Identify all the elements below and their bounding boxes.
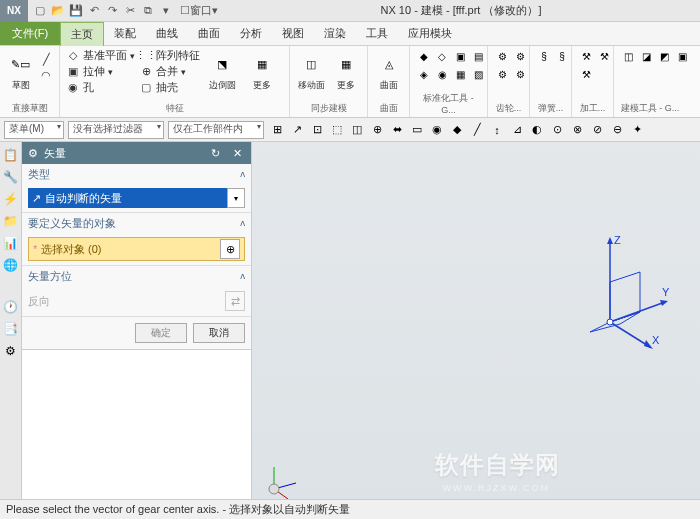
hole-button[interactable]: ◉孔 [66,80,135,95]
selbar-icon[interactable]: ◉ [428,121,446,139]
selbar-icon[interactable]: ◫ [348,121,366,139]
qat-redo-icon[interactable]: ↷ [104,3,120,19]
feature-more-button[interactable]: ▦ 更多 [244,48,280,96]
cancel-button[interactable]: 取消 [193,323,245,343]
nav-assembly-icon[interactable]: 🔧 [2,168,20,186]
sketch-button[interactable]: ✎▭ 草图 [6,48,35,96]
nav-roles-icon[interactable]: 📑 [2,320,20,338]
filter-dropdown[interactable]: 没有选择过滤器 [68,121,164,139]
edge-blend-button[interactable]: ⬔ 边倒圆 [204,48,240,96]
spring-tool-icon[interactable]: § [554,48,570,64]
model-tool-icon[interactable]: ◩ [656,48,672,64]
machining-tool-icon[interactable]: ⚒ [578,48,594,64]
nav-history-icon[interactable]: 🕐 [2,298,20,316]
menu-dropdown[interactable]: 菜单(M) [4,121,64,139]
spring-tool-icon[interactable]: § [536,48,552,64]
vector-type-select[interactable]: ↗ 自动判断的矢量 [28,188,227,208]
qat-open-icon[interactable]: 📂 [50,3,66,19]
tab-view[interactable]: 视图 [272,22,314,45]
tab-tools[interactable]: 工具 [356,22,398,45]
selbar-icon[interactable]: ⬚ [328,121,346,139]
tab-render[interactable]: 渲染 [314,22,356,45]
std-tool-icon[interactable]: ◉ [434,66,450,82]
extrude-button[interactable]: ▣拉伸 ▾ [66,64,135,79]
surface-button[interactable]: ◬ 曲面 [374,48,403,96]
sketch-arc-icon[interactable]: ◠ [39,68,53,83]
sync-more-button[interactable]: ▦ 更多 [331,48,362,96]
gear-tool-icon[interactable]: ⚙ [512,48,528,64]
std-tool-icon[interactable]: ▦ [452,66,468,82]
select-object-row[interactable]: * 选择对象 (0) ⊕ [28,237,245,261]
model-tool-icon[interactable]: ▣ [674,48,690,64]
selbar-icon[interactable]: ⊖ [608,121,626,139]
std-tool-icon[interactable]: ◈ [416,66,432,82]
vector-type-dropdown[interactable]: ▾ [227,188,245,208]
selbar-icon[interactable]: ⊡ [308,121,326,139]
section-orient-header[interactable]: 矢量方位 ʌ [22,266,251,286]
gear-tool-icon[interactable]: ⚙ [494,66,510,82]
dialog-reset-icon[interactable]: ↻ [207,145,223,161]
machining-tool-icon[interactable]: ⚒ [596,48,612,64]
nav-constraint-icon[interactable]: ⚡ [2,190,20,208]
move-face-button[interactable]: ◫ 移动面 [296,48,327,96]
nav-reuse-icon[interactable]: 📁 [2,212,20,230]
sketch-line-icon[interactable]: ╱ [39,52,53,67]
pattern-button[interactable]: ⋮⋮阵列特征 [139,48,200,63]
gear-tool-icon[interactable]: ⚙ [494,48,510,64]
ok-button[interactable]: 确定 [135,323,187,343]
tab-surface[interactable]: 曲面 [188,22,230,45]
scope-dropdown[interactable]: 仅在工作部件内 [168,121,264,139]
graphics-canvas[interactable]: Z Y X 软件自学网 WWW.RJZXW.COM [252,142,700,519]
selbar-icon[interactable]: ⊘ [588,121,606,139]
tab-curve[interactable]: 曲线 [146,22,188,45]
shell-button[interactable]: ▢抽壳 [139,80,200,95]
qat-undo-icon[interactable]: ↶ [86,3,102,19]
qat-save-icon[interactable]: 💾 [68,3,84,19]
selbar-icon[interactable]: ↕ [488,121,506,139]
unite-button[interactable]: ⊕合并 ▾ [139,64,200,79]
std-tool-icon[interactable]: ▧ [470,66,486,82]
tab-assembly[interactable]: 装配 [104,22,146,45]
selbar-icon[interactable]: ◆ [448,121,466,139]
std-tool-icon[interactable]: ▣ [452,48,468,64]
selbar-icon[interactable]: ↗ [288,121,306,139]
std-tool-icon[interactable]: ◇ [434,48,450,64]
coordinate-triad[interactable]: Z Y X [580,232,670,352]
selbar-icon[interactable]: ⊙ [548,121,566,139]
machining-tool-icon[interactable]: ⚒ [578,66,594,82]
nav-browser-icon[interactable]: 🌐 [2,256,20,274]
model-tool-icon[interactable]: ◫ [620,48,636,64]
select-target-icon[interactable]: ⊕ [220,239,240,259]
reverse-button[interactable]: ⇄ [225,291,245,311]
selbar-icon[interactable]: ◐ [528,121,546,139]
selbar-icon[interactable]: ╱ [468,121,486,139]
selbar-icon[interactable]: ⊞ [268,121,286,139]
selbar-icon[interactable]: ⊿ [508,121,526,139]
datum-plane-button[interactable]: ◇基准平面 ▾ [66,48,135,63]
qat-copy-icon[interactable]: ⧉ [140,3,156,19]
selbar-icon[interactable]: ✦ [628,121,646,139]
selbar-icon[interactable]: ⬌ [388,121,406,139]
gear-tool-icon[interactable]: ⚙ [512,66,528,82]
nav-hd3d-icon[interactable]: 📊 [2,234,20,252]
section-define-header[interactable]: 要定义矢量的对象 ʌ [22,213,251,233]
qat-new-icon[interactable]: ▢ [32,3,48,19]
nav-part-icon[interactable]: 📋 [2,146,20,164]
tab-home[interactable]: 主页 [60,22,104,46]
qat-window-icon[interactable]: ☐窗口▾ [176,3,222,19]
tab-application[interactable]: 应用模块 [398,22,462,45]
section-type-header[interactable]: 类型 ʌ [22,164,251,184]
dialog-close-icon[interactable]: ✕ [229,145,245,161]
view-triad [262,461,302,501]
tab-analysis[interactable]: 分析 [230,22,272,45]
selbar-icon[interactable]: ▭ [408,121,426,139]
std-tool-icon[interactable]: ▤ [470,48,486,64]
nav-system-icon[interactable]: ⚙ [2,342,20,360]
selbar-icon[interactable]: ⊗ [568,121,586,139]
model-tool-icon[interactable]: ◪ [638,48,654,64]
file-menu[interactable]: 文件(F) [0,22,60,45]
std-tool-icon[interactable]: ◆ [416,48,432,64]
qat-cut-icon[interactable]: ✂ [122,3,138,19]
qat-more-icon[interactable]: ▾ [158,3,174,19]
selbar-icon[interactable]: ⊕ [368,121,386,139]
